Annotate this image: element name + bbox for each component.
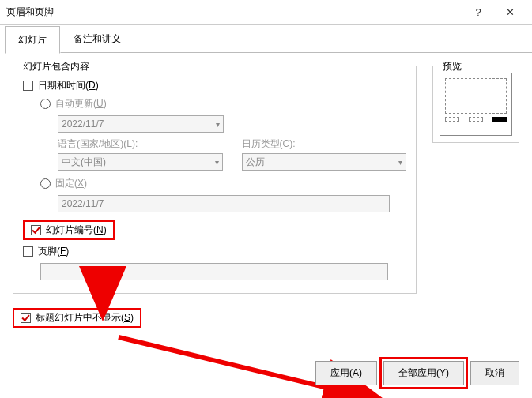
tab-border <box>134 25 532 53</box>
radio-fixed <box>40 178 51 189</box>
input-fixed-date: 2022/11/7 <box>58 195 390 212</box>
chevron-down-icon: ▾ <box>215 158 219 167</box>
checkbox-footer[interactable] <box>23 246 33 257</box>
tab-slide[interactable]: 幻灯片 <box>5 26 60 54</box>
preview-box <box>440 73 512 136</box>
checkbox-slide-number[interactable] <box>31 225 41 235</box>
preview-slide-body <box>445 78 507 114</box>
label-fixed: 固定(X) <box>55 177 87 190</box>
slide-content-group: 幻灯片包含内容 日期和时间(D) 自动更新(U) 2022/11/7▾ <box>13 66 417 294</box>
select-calendar: 公历▾ <box>242 153 407 171</box>
preview-ph-left <box>445 117 459 122</box>
group-legend: 幻灯片包含内容 <box>20 60 92 73</box>
select-date: 2022/11/7▾ <box>58 115 224 133</box>
input-footer-text <box>40 263 388 280</box>
apply-button[interactable]: 应用(A) <box>315 361 377 385</box>
highlight-no-title: 标题幻灯片中不显示(S) <box>13 308 141 328</box>
dialog-title: 页眉和页脚 <box>6 6 462 19</box>
chevron-down-icon: ▾ <box>216 120 220 129</box>
checkbox-no-title[interactable] <box>21 313 31 323</box>
preview-group: 预览 <box>432 66 519 143</box>
select-language: 中文(中国)▾ <box>58 153 223 171</box>
preview-legend: 预览 <box>440 60 465 73</box>
preview-ph-right <box>492 117 507 122</box>
label-calendar: 日历类型(C): <box>242 137 407 151</box>
help-button[interactable]: ? <box>462 6 494 18</box>
chevron-down-icon: ▾ <box>398 158 402 167</box>
label-language: 语言(国家/地区)(L): <box>58 137 223 151</box>
cancel-button[interactable]: 取消 <box>470 361 519 385</box>
radio-autoupdate <box>40 99 51 109</box>
label-autoupdate: 自动更新(U) <box>55 97 107 111</box>
label-slide-number: 幻灯片编号(N) <box>46 223 107 237</box>
tab-notes[interactable]: 备注和讲义 <box>60 25 134 53</box>
label-datetime: 日期和时间(D) <box>38 79 99 92</box>
preview-ph-center <box>469 117 483 122</box>
label-no-title: 标题幻灯片中不显示(S) <box>36 311 134 325</box>
label-footer: 页脚(F) <box>38 245 69 258</box>
highlight-slide-number: 幻灯片编号(N) <box>23 220 115 240</box>
checkbox-datetime[interactable] <box>23 81 33 91</box>
apply-all-button[interactable]: 全部应用(Y) <box>383 361 464 385</box>
close-button[interactable]: ✕ <box>494 6 526 18</box>
